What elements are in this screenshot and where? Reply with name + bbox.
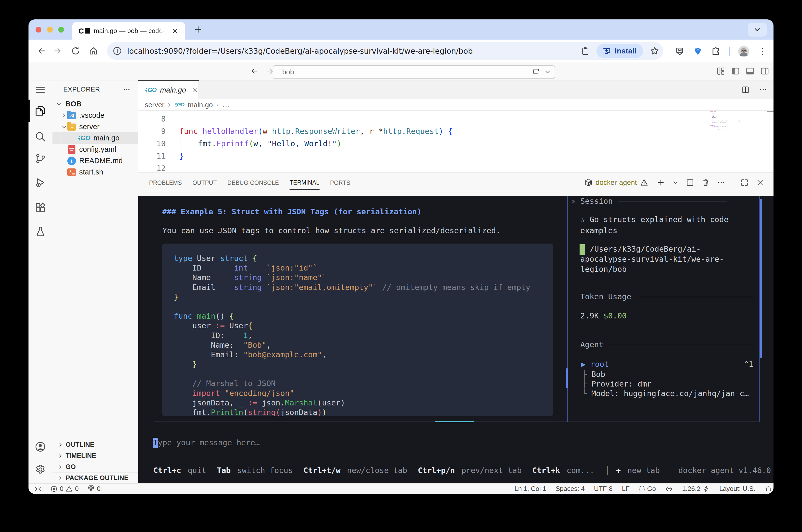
minimap[interactable]: package main import ( "fmt" "log" "net/h…: [710, 111, 767, 172]
sidebar-section-go[interactable]: GO: [53, 461, 138, 472]
breadcrumb-file[interactable]: main.go: [188, 101, 213, 109]
extension-m-icon[interactable]: [675, 46, 685, 56]
editor-back-icon[interactable]: [250, 66, 259, 76]
copilot-status[interactable]: [665, 485, 673, 493]
indentation[interactable]: Spaces: 4: [556, 485, 585, 493]
split-terminal-icon[interactable]: [686, 178, 694, 187]
language-mode[interactable]: { }Go: [639, 485, 656, 493]
menu-button[interactable]: [29, 79, 52, 101]
code-line-9: func helloHandler(w http.ResponseWriter,…: [179, 125, 453, 137]
close-icon[interactable]: [192, 87, 199, 94]
files-icon: [34, 105, 46, 117]
panel-more-actions-icon[interactable]: [717, 178, 726, 187]
window-minimize-button[interactable]: [47, 27, 53, 33]
remote-indicator[interactable]: [34, 485, 42, 493]
line-number: 12: [156, 162, 166, 172]
sidebar-section-outline[interactable]: OUTLINE: [53, 439, 138, 450]
browser-menu-icon[interactable]: [757, 46, 767, 56]
account-button[interactable]: [29, 436, 52, 458]
close-panel-icon[interactable]: [756, 178, 764, 187]
panel-header: PROBLEMSOUTPUTDEBUG CONSOLETERMINALPORTS…: [138, 172, 773, 196]
panel-tab-ports[interactable]: PORTS: [330, 176, 350, 189]
reload-icon[interactable]: [71, 46, 81, 56]
ports-indicator[interactable]: 0: [87, 485, 100, 493]
back-icon[interactable]: [37, 46, 46, 56]
tree-item-main-go[interactable]: GOmain.go: [53, 132, 138, 144]
split-editor-icon[interactable]: [741, 86, 750, 94]
chevron-down-icon[interactable]: [544, 68, 551, 76]
sidebar-item-testing[interactable]: [29, 221, 52, 242]
toggle-sidebar-right-icon[interactable]: [760, 66, 769, 76]
toggle-panel-icon[interactable]: [745, 66, 755, 76]
site-info-icon[interactable]: [112, 46, 122, 56]
sidebar-section-package-outline[interactable]: PACKAGE OUTLINE: [53, 472, 138, 483]
chat-sparkle-icon[interactable]: [532, 68, 540, 76]
panel-tab-output[interactable]: OUTPUT: [192, 176, 217, 189]
tab-close-icon[interactable]: [171, 27, 179, 35]
breadcrumb-symbol[interactable]: …: [222, 101, 229, 109]
tree-item-bob[interactable]: BOB: [53, 98, 138, 110]
home-icon[interactable]: [88, 46, 98, 56]
code-server-favicon: C: [78, 27, 90, 35]
more-actions-icon[interactable]: [759, 86, 767, 94]
new-terminal-icon[interactable]: [656, 178, 665, 187]
settings-button[interactable]: [29, 459, 52, 480]
editor-tab-main-go[interactable]: GO main.go: [138, 80, 199, 99]
tree-item--vscode[interactable]: .vscode: [53, 110, 138, 121]
command-center-search[interactable]: bob: [273, 65, 555, 79]
eol-sequence[interactable]: LF: [622, 485, 630, 493]
sidebar-item-source-control[interactable]: [29, 148, 52, 169]
extension-version[interactable]: 1.26.2: [682, 485, 710, 493]
window-zoom-button[interactable]: [58, 27, 64, 33]
kill-terminal-trash-icon[interactable]: [702, 178, 710, 187]
encoding[interactable]: UTF-8: [594, 485, 613, 493]
terminal-code-line: ID int `json:"id"`: [174, 263, 530, 273]
extension-gem-icon[interactable]: [693, 46, 703, 56]
terminal-instance[interactable]: docker-agent: [584, 178, 648, 187]
sidebar-item-explorer[interactable]: [29, 100, 52, 122]
customize-layout-icon[interactable]: [716, 66, 726, 76]
panel-tab-debug-console[interactable]: DEBUG CONSOLE: [227, 176, 279, 189]
session-collapse-marker[interactable]: »: [571, 196, 576, 206]
tree-item-readme-md[interactable]: iREADME.md: [53, 155, 138, 166]
tree-item-config-yaml[interactable]: config.yaml: [53, 144, 138, 155]
sidebar-section-timeline[interactable]: TIMELINE: [53, 450, 138, 461]
bookmark-star-icon[interactable]: [650, 46, 660, 56]
message-input[interactable]: ype your message here…: [158, 438, 260, 448]
tab-search-button[interactable]: [748, 23, 767, 37]
warnings-icon: [65, 485, 73, 493]
address-bar[interactable]: localhost:9090/?folder=/Users/k33g/CodeB…: [107, 42, 663, 60]
problems-indicator[interactable]: 0 0: [50, 485, 79, 493]
clipboard-icon[interactable]: [581, 46, 590, 55]
browser-tab[interactable]: C main.go — bob — code-server: [72, 22, 185, 40]
agent-root-row[interactable]: ▶ root: [581, 359, 609, 369]
maximize-panel-icon[interactable]: [740, 178, 749, 187]
terminal-view[interactable]: ### Example 5: Struct with JSON Tags (fo…: [138, 196, 773, 483]
session-scrollbar-thumb[interactable]: [566, 368, 568, 388]
sidebar-more-actions-icon[interactable]: [123, 86, 131, 94]
keyboard-layout[interactable]: Layout: U.S.: [719, 485, 756, 493]
terminal-scrollbar-thumb[interactable]: [760, 199, 762, 358]
breadcrumb-folder[interactable]: server: [145, 101, 164, 109]
sidebar-item-extensions[interactable]: [29, 197, 52, 218]
launch-profile-chevron-icon[interactable]: [672, 178, 679, 187]
url-text[interactable]: localhost:9090/?folder=/Users/k33g/CodeB…: [127, 46, 581, 55]
extensions-puzzle-icon[interactable]: [711, 46, 721, 56]
tree-item-server[interactable]: server: [53, 121, 138, 132]
sidebar-item-search[interactable]: [29, 126, 52, 148]
toggle-sidebar-left-icon[interactable]: [731, 66, 740, 76]
new-tab-icon[interactable]: [194, 25, 203, 34]
cursor-position[interactable]: Ln 1, Col 1: [515, 485, 546, 493]
tree-item-start-sh[interactable]: start.sh: [53, 166, 138, 178]
panel-tab-problems[interactable]: PROBLEMS: [149, 176, 182, 189]
window-close-button[interactable]: [36, 27, 41, 33]
notifications[interactable]: [765, 485, 772, 493]
sidebar-item-run-debug[interactable]: [29, 172, 52, 193]
minimap-content: package main import ( "fmt" "log" "net/h…: [710, 111, 767, 131]
panel-tab-terminal[interactable]: TERMINAL: [290, 175, 319, 190]
profile-avatar[interactable]: [738, 46, 749, 57]
forward-icon[interactable]: [53, 46, 62, 56]
code-editor[interactable]: 89101112 func helloHandler(w http.Respon…: [138, 111, 773, 172]
scrollbar-thumb[interactable]: [767, 111, 773, 112]
install-app-button[interactable]: Install: [596, 44, 643, 58]
